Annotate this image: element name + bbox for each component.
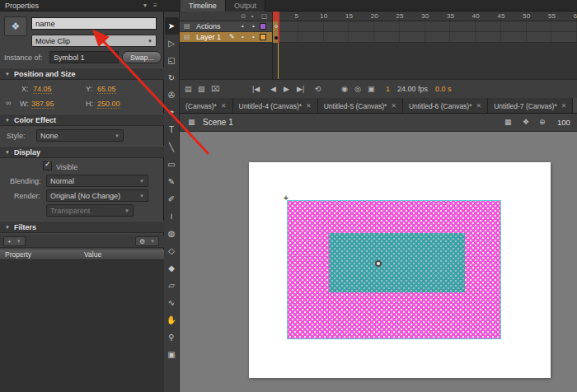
layer-name: Actions [196,22,221,30]
edit-multiple-frames-button[interactable]: ▣ [368,80,375,99]
transformation-point[interactable] [375,260,382,267]
frame-ruler[interactable]: 151015202530354045505560 [273,12,577,21]
lasso-tool[interactable]: ✇ [165,86,179,104]
document-tab[interactable]: Untitled-7 (Canvas)*✕ [488,98,573,114]
frame-rate-indicator[interactable]: 24.00 fps [397,80,428,99]
layer-outline-color-chip[interactable] [260,34,266,40]
document-tab[interactable]: (Canvas)*✕ [180,98,233,114]
width-tool[interactable]: ∿ [165,294,179,311]
ruler-frame-number: 60 [574,12,577,20]
properties-panel-title[interactable]: Properties [5,2,39,10]
link-width-height-icon[interactable]: ∞ [6,99,11,107]
layer-lock-dot[interactable]: • [252,22,255,30]
free-transform-tool[interactable]: ◱ [165,52,179,69]
go-to-first-frame-button[interactable]: |◀ [252,80,260,99]
frame-row-layer1[interactable] [273,32,577,43]
flash-application-window: Properties ▾ ≡ Timeline Output ❖ Movie C… [0,0,577,392]
render-dropdown[interactable]: Original (No Change) ▼ [46,189,148,202]
scene-name[interactable]: Scene 1 [203,118,233,127]
zoom-level-value[interactable]: 100 [557,118,570,127]
instance-name-input[interactable] [31,17,157,30]
instance-of-value-field[interactable]: Symbol 1 [49,51,119,63]
eraser-tool[interactable]: ▱ [165,277,179,294]
frame-grid[interactable] [273,21,577,43]
text-tool[interactable]: T [165,121,179,138]
section-display[interactable]: ▼ Display [0,146,164,158]
new-layer-button[interactable]: ▤ [185,80,192,99]
layer-row-actions[interactable]: ▤Actions•• [180,21,273,32]
chevron-down-icon: ▼ [150,239,155,244]
layer-visible-dot[interactable]: • [242,22,244,30]
close-tab-icon[interactable]: ✕ [221,102,227,110]
swap-button[interactable]: Swap... [122,51,162,63]
brush-tool[interactable]: ✐ [165,190,179,208]
paint-bucket-tool[interactable]: ◍ [165,225,179,242]
y-value[interactable]: 65.05 [97,85,116,94]
step-back-button[interactable]: ◀ [270,80,276,99]
camera-tool[interactable]: ▣ [165,346,179,363]
h-value[interactable]: 250.00 [97,100,120,109]
rectangle-tool[interactable]: ▭ [165,156,179,173]
selected-movieclip-shape[interactable] [287,200,501,339]
layer-lock-dot[interactable]: • [252,33,255,40]
ink-bottle-tool[interactable]: ◇ [165,242,179,259]
blending-dropdown[interactable]: Normal ▼ [46,175,148,187]
inner-rectangle-shape[interactable] [329,233,465,292]
layer-outline-color-chip[interactable] [260,23,266,30]
playhead-line[interactable] [278,12,279,43]
panel-menu-icon[interactable]: ≡ [153,2,157,9]
eyedropper-tool[interactable]: ◆ [165,259,179,277]
document-tab[interactable]: Untitled-8 (Canva✕ [573,98,577,114]
pasteboard[interactable]: + [180,132,577,392]
lock-icon[interactable]: ▪ [251,12,254,21]
step-forward-button[interactable]: ▶| [297,80,304,99]
pencil-tool[interactable]: ✎ [165,173,179,190]
delete-layer-button[interactable]: ⌧ [211,80,219,99]
pen-tool[interactable]: ✒ [165,104,179,121]
w-value[interactable]: 387.95 [31,100,54,109]
filter-options-button[interactable]: ⚙ ▼ [135,236,159,246]
document-tab[interactable]: Untitled-5 (Canvas)*✕ [318,98,403,114]
selection-tool[interactable]: ➤ [165,17,179,35]
eye-icon[interactable]: ⊙ [241,12,246,21]
close-tab-icon[interactable]: ✕ [476,102,482,110]
onion-skin-outlines-button[interactable]: ◎ [354,80,361,99]
panel-options-icon[interactable]: ▾ [143,2,147,9]
close-tab-icon[interactable]: ✕ [561,102,567,110]
style-dropdown[interactable]: None ▼ [36,129,124,142]
symbol-type-dropdown[interactable]: Movie Clip ▼ [31,35,157,47]
new-folder-button[interactable]: ▧ [198,80,205,99]
hand-tool[interactable]: ✋ [165,311,179,329]
section-position-and-size[interactable]: ▼ Position and Size [0,68,164,80]
symbol-type-value: Movie Clip [35,37,70,45]
document-tab[interactable]: Untitled-6 (Canvas)*✕ [403,98,488,114]
layer-row-layer-1[interactable]: ▤Layer 1✎•• [180,32,273,43]
edit-scene-icon[interactable]: ▦ [504,118,512,126]
document-tab[interactable]: Untitled-4 (Canvas)*✕ [233,98,318,114]
x-value[interactable]: 74.05 [33,85,52,94]
w-label: W: [20,100,29,108]
outline-box-icon[interactable]: ▢ [261,12,267,21]
close-tab-icon[interactable]: ✕ [391,102,396,110]
line-tool[interactable]: ╲ [165,138,179,156]
3d-rotation-tool[interactable]: ↻ [165,69,179,86]
play-button[interactable]: ▶ [284,80,289,99]
zoom-tool[interactable]: ⚲ [165,329,179,346]
frame-row-actions[interactable] [273,21,577,32]
layer-visible-dot[interactable]: • [242,33,244,40]
tab-timeline[interactable]: Timeline [181,0,226,12]
edit-symbols-icon[interactable]: ❖ [523,118,529,126]
subselection-tool[interactable]: ▷ [165,35,179,52]
tab-output[interactable]: Output [226,0,265,12]
onion-skin-button[interactable]: ◉ [341,80,348,99]
add-filter-button[interactable]: + ▼ [3,236,26,246]
bone-tool[interactable]: ≀ [165,208,179,225]
center-stage-icon[interactable]: ⊕ [539,118,546,126]
stage[interactable]: + [249,162,551,378]
check-icon: ✓ [45,160,51,168]
close-tab-icon[interactable]: ✕ [306,102,312,110]
loop-button[interactable]: ⟲ [315,80,321,99]
section-color-effect[interactable]: ▼ Color Effect [0,114,164,126]
section-filters[interactable]: ▼ Filters [0,221,164,233]
visible-checkbox[interactable]: ✓ [43,161,52,170]
